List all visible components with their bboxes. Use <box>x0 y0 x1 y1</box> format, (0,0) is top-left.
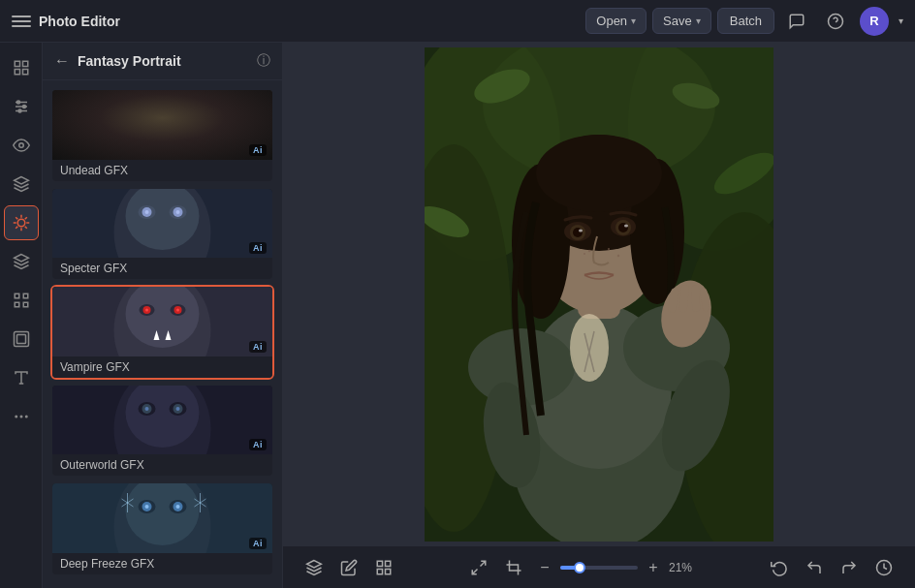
avatar-chevron-icon[interactable]: ▾ <box>899 15 903 26</box>
topbar: Photo Editor Open ▾ Save ▾ Batch R ▾ <box>0 0 915 43</box>
svg-point-13 <box>17 219 25 227</box>
sidebar-item-home[interactable] <box>4 50 39 85</box>
svg-rect-128 <box>386 569 391 573</box>
rotate-button[interactable] <box>764 552 795 583</box>
open-button[interactable]: Open ▾ <box>585 8 647 34</box>
undo-redo-group <box>764 552 899 583</box>
svg-point-23 <box>20 416 22 418</box>
ai-badge-specter: Ai <box>249 242 267 254</box>
sidebar-item-adjustments[interactable] <box>4 89 39 124</box>
crop-button[interactable] <box>498 552 529 583</box>
topbar-right: R ▾ <box>782 7 903 36</box>
svg-point-54 <box>145 309 148 312</box>
fit-button[interactable] <box>463 552 494 583</box>
undo-button[interactable] <box>799 552 830 583</box>
sidebar-item-frames[interactable] <box>4 322 39 356</box>
menu-icon[interactable] <box>12 12 31 31</box>
panel: ← Fantasy Portrait ⓘ <box>43 43 283 588</box>
svg-point-55 <box>176 309 179 312</box>
svg-point-27 <box>110 90 216 160</box>
svg-rect-18 <box>23 302 28 307</box>
svg-rect-126 <box>386 561 391 566</box>
zoom-slider[interactable] <box>560 566 638 570</box>
effect-item-outerworld[interactable]: Ai Outerworld GFX <box>50 384 274 479</box>
back-button[interactable]: ← <box>54 53 70 69</box>
svg-marker-124 <box>307 560 322 568</box>
svg-point-121 <box>570 314 609 382</box>
save-button[interactable]: Save ▾ <box>652 8 711 34</box>
svg-rect-119 <box>691 285 700 311</box>
history-button[interactable] <box>868 552 899 583</box>
portrait-image <box>425 47 773 542</box>
sidebar-item-more[interactable] <box>4 399 39 434</box>
help-icon[interactable] <box>821 7 850 36</box>
ai-badge-outerworld: Ai <box>249 439 267 450</box>
svg-rect-17 <box>15 302 19 307</box>
svg-rect-20 <box>16 335 25 344</box>
ai-badge-undead: Ai <box>249 144 267 156</box>
effect-label-vampire: Vampire GFX <box>52 356 272 378</box>
zoom-slider-thumb <box>574 562 585 573</box>
edit-tool-button[interactable] <box>333 552 364 583</box>
effect-label-deepfreeze: Deep Freeze GFX <box>52 553 272 574</box>
info-button[interactable]: ⓘ <box>257 52 270 70</box>
open-chevron-icon: ▾ <box>631 15 636 26</box>
svg-point-28 <box>124 90 202 156</box>
sidebar-item-objects[interactable] <box>4 283 39 318</box>
topbar-left: Photo Editor <box>12 12 578 31</box>
layers-tool-button[interactable] <box>299 552 330 583</box>
grid-tool-button[interactable] <box>368 552 399 583</box>
svg-point-110 <box>579 229 583 232</box>
save-chevron-icon: ▾ <box>696 15 701 26</box>
sidebar-item-effects[interactable] <box>4 167 39 201</box>
panel-header: ← Fantasy Portrait ⓘ <box>43 43 282 80</box>
svg-rect-15 <box>15 294 19 298</box>
effect-item-deepfreeze[interactable]: Ai Deep Freeze GFX <box>50 481 274 576</box>
svg-point-75 <box>176 505 180 509</box>
svg-point-108 <box>573 228 583 237</box>
svg-point-9 <box>16 101 19 104</box>
sidebar-item-text[interactable] <box>4 360 39 395</box>
svg-line-130 <box>472 569 477 573</box>
effect-item-undead[interactable]: Ai Undead GFX <box>50 88 274 183</box>
effect-thumb-specter: Ai <box>52 189 272 259</box>
sidebar-item-view[interactable] <box>4 128 39 163</box>
canvas-area: − + 21% <box>283 43 915 588</box>
svg-rect-26 <box>52 90 272 160</box>
bottom-toolbar: − + 21% <box>283 545 915 588</box>
svg-rect-127 <box>377 569 382 573</box>
svg-point-46 <box>176 210 180 214</box>
svg-point-115 <box>584 253 585 255</box>
toolbar-left-group <box>299 552 399 583</box>
zoom-percent: 21% <box>669 561 700 574</box>
zoom-minus-button[interactable]: − <box>533 556 556 579</box>
svg-point-10 <box>22 106 25 108</box>
svg-rect-125 <box>377 561 382 566</box>
canvas-image-container <box>425 47 773 542</box>
comments-icon[interactable] <box>782 7 811 36</box>
svg-marker-14 <box>14 255 28 263</box>
sidebar-item-fantasy[interactable] <box>4 205 39 240</box>
svg-point-65 <box>145 407 149 411</box>
svg-point-11 <box>18 109 21 112</box>
svg-point-66 <box>176 407 180 411</box>
panel-title: Fantasy Portrait <box>78 53 249 69</box>
svg-point-113 <box>608 248 610 250</box>
svg-point-111 <box>624 224 628 227</box>
main-content: ← Fantasy Portrait ⓘ <box>0 43 915 588</box>
svg-point-29 <box>140 111 155 123</box>
icon-sidebar <box>0 43 43 588</box>
redo-button[interactable] <box>834 552 865 583</box>
svg-rect-5 <box>22 70 27 75</box>
sidebar-item-layers[interactable] <box>4 244 39 279</box>
canvas-viewport[interactable] <box>283 43 915 545</box>
avatar[interactable]: R <box>860 7 889 36</box>
effect-item-vampire[interactable]: Ai Vampire GFX <box>50 285 274 380</box>
svg-point-25 <box>16 416 17 418</box>
effect-item-specter[interactable]: Ai Specter GFX <box>50 187 274 282</box>
svg-point-32 <box>174 113 182 121</box>
batch-button[interactable]: Batch <box>717 8 774 34</box>
zoom-plus-button[interactable]: + <box>642 556 665 579</box>
svg-point-109 <box>618 223 628 232</box>
svg-point-31 <box>143 113 151 121</box>
